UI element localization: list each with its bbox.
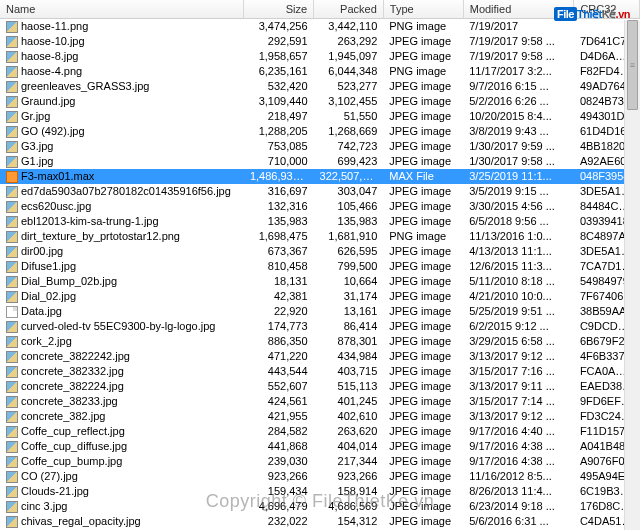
file-icon [6, 351, 18, 363]
table-row[interactable]: curved-oled-tv 55EC9300-by-lg-logo.jpg17… [0, 319, 640, 334]
table-row[interactable]: concrete_382.jpg421,955402,610JPEG image… [0, 409, 640, 424]
file-modified: 9/17/2016 4:38 ... [463, 439, 574, 454]
file-name: GO (492).jpg [21, 124, 85, 139]
file-packed: 154,312 [314, 514, 384, 529]
table-row[interactable]: haose-8.jpg1,958,6571,945,097JPEG image7… [0, 49, 640, 64]
table-row[interactable]: greenleaves_GRASS3.jpg532,420523,277JPEG… [0, 79, 640, 94]
scrollbar-thumb[interactable] [627, 20, 638, 110]
file-size: 424,561 [244, 394, 314, 409]
file-size: 232,022 [244, 514, 314, 529]
table-row[interactable]: concrete_382332.jpg443,544403,715JPEG im… [0, 364, 640, 379]
file-icon [6, 246, 18, 258]
file-size: 441,868 [244, 439, 314, 454]
file-type: MAX File [383, 169, 463, 184]
table-row[interactable]: dirt_texture_by_prtotostar12.png1,698,47… [0, 229, 640, 244]
file-size: 174,773 [244, 319, 314, 334]
file-packed: 217,344 [314, 454, 384, 469]
file-type: JPEG image [383, 274, 463, 289]
file-icon [6, 261, 18, 273]
file-modified: 8/26/2013 11:4... [463, 484, 574, 499]
file-size: 18,131 [244, 274, 314, 289]
file-modified: 3/29/2015 6:58 ... [463, 334, 574, 349]
table-row[interactable]: Dial_02.jpg42,38131,174JPEG image4/21/20… [0, 289, 640, 304]
file-type: JPEG image [383, 334, 463, 349]
file-icon [6, 381, 18, 393]
file-size: 132,316 [244, 199, 314, 214]
file-size: 552,607 [244, 379, 314, 394]
file-modified: 11/16/2012 8:5... [463, 469, 574, 484]
watermark: Copyright © FileThietKe.vn [206, 491, 434, 512]
file-icon [6, 216, 18, 228]
file-size: 1,698,475 [244, 229, 314, 244]
file-name: dirt_texture_by_prtotostar12.png [21, 229, 180, 244]
table-row[interactable]: concrete_3822242.jpg471,220434,984JPEG i… [0, 349, 640, 364]
file-icon [6, 336, 18, 348]
file-type: JPEG image [383, 364, 463, 379]
file-modified: 11/17/2017 3:2... [463, 64, 574, 79]
table-row[interactable]: dir00.jpg673,367626,595JPEG image4/13/20… [0, 244, 640, 259]
file-packed: 626,595 [314, 244, 384, 259]
table-row[interactable]: ed7da5903a07b2780182c01435916f56.jpg316,… [0, 184, 640, 199]
table-row[interactable]: Coffe_cup_diffuse.jpg441,868404,014JPEG … [0, 439, 640, 454]
col-size[interactable]: Size [244, 0, 314, 19]
file-packed: 523,277 [314, 79, 384, 94]
file-modified: 9/17/2016 4:38 ... [463, 454, 574, 469]
file-type: PNG image [383, 64, 463, 79]
col-name[interactable]: Name [0, 0, 244, 19]
file-packed: 86,414 [314, 319, 384, 334]
table-row[interactable]: G1.jpg710,000699,423JPEG image1/30/2017 … [0, 154, 640, 169]
table-row[interactable]: chivas_regal_opacity.jpg232,022154,312JP… [0, 514, 640, 529]
table-row[interactable]: ebl12013-kim-sa-trung-1.jpg135,983135,98… [0, 214, 640, 229]
table-row[interactable]: Data.jpg22,92013,161JPEG image5/25/2019 … [0, 304, 640, 319]
file-name: Difuse1.jpg [21, 259, 76, 274]
table-row[interactable]: Dial_Bump_02b.jpg18,13110,664JPEG image5… [0, 274, 640, 289]
file-size: 753,085 [244, 139, 314, 154]
file-packed: 263,292 [314, 34, 384, 49]
table-row[interactable]: G3.jpg753,085742,723JPEG image1/30/2017 … [0, 139, 640, 154]
col-type[interactable]: Type [383, 0, 463, 19]
table-header-row: Name Size Packed Type Modified CRC32 [0, 0, 640, 19]
file-modified: 11/13/2016 1:0... [463, 229, 574, 244]
file-icon [6, 276, 18, 288]
table-row[interactable]: Gr.jpg218,49751,550JPEG image10/20/2015 … [0, 109, 640, 124]
file-modified: 5/6/2016 6:31 ... [463, 514, 574, 529]
file-packed: 3,442,110 [314, 19, 384, 35]
table-row[interactable]: haose-11.png3,474,2563,442,110PNG image7… [0, 19, 640, 35]
file-modified: 3/13/2017 9:12 ... [463, 349, 574, 364]
file-type: JPEG image [383, 289, 463, 304]
col-packed[interactable]: Packed [314, 0, 384, 19]
file-packed: 3,102,455 [314, 94, 384, 109]
file-name: concrete_382332.jpg [21, 364, 124, 379]
file-type: JPEG image [383, 439, 463, 454]
table-row[interactable]: Coffe_cup_bump.jpg239,030217,344JPEG ima… [0, 454, 640, 469]
file-icon [6, 411, 18, 423]
table-row[interactable]: cork_2.jpg886,350878,301JPEG image3/29/2… [0, 334, 640, 349]
file-icon [6, 186, 18, 198]
table-row[interactable]: concrete_382224.jpg552,607515,113JPEG im… [0, 379, 640, 394]
table-row[interactable]: Coffe_cup_reflect.jpg284,582263,620JPEG … [0, 424, 640, 439]
file-modified: 4/21/2010 10:0... [463, 289, 574, 304]
file-packed: 51,550 [314, 109, 384, 124]
table-row[interactable]: Difuse1.jpg810,458799,500JPEG image12/6/… [0, 259, 640, 274]
table-row[interactable]: GO (492).jpg1,288,2051,268,669JPEG image… [0, 124, 640, 139]
table-row[interactable]: F3-max01.max1,486,937,4...322,507,777MAX… [0, 169, 640, 184]
table-row[interactable]: haose-10.jpg292,591263,292JPEG image7/19… [0, 34, 640, 49]
file-modified: 1/30/2017 9:59 ... [463, 139, 574, 154]
file-icon [6, 366, 18, 378]
table-row[interactable]: haose-4.png6,235,1616,044,348PNG image11… [0, 64, 640, 79]
file-packed: 799,500 [314, 259, 384, 274]
file-name: haose-10.jpg [21, 34, 85, 49]
file-type: JPEG image [383, 409, 463, 424]
table-row[interactable]: ecs620usc.jpg132,316105,466JPEG image3/3… [0, 199, 640, 214]
scrollbar[interactable] [624, 20, 640, 530]
file-icon [6, 486, 18, 498]
file-packed: 10,664 [314, 274, 384, 289]
file-size: 239,030 [244, 454, 314, 469]
file-name: dir00.jpg [21, 244, 63, 259]
file-name: G3.jpg [21, 139, 53, 154]
table-row[interactable]: CO (27).jpg923,266923,266JPEG image11/16… [0, 469, 640, 484]
table-row[interactable]: Graund.jpg3,109,4403,102,455JPEG image5/… [0, 94, 640, 109]
table-row[interactable]: concrete_38233.jpg424,561401,245JPEG ima… [0, 394, 640, 409]
file-type: JPEG image [383, 199, 463, 214]
file-name: haose-8.jpg [21, 49, 79, 64]
